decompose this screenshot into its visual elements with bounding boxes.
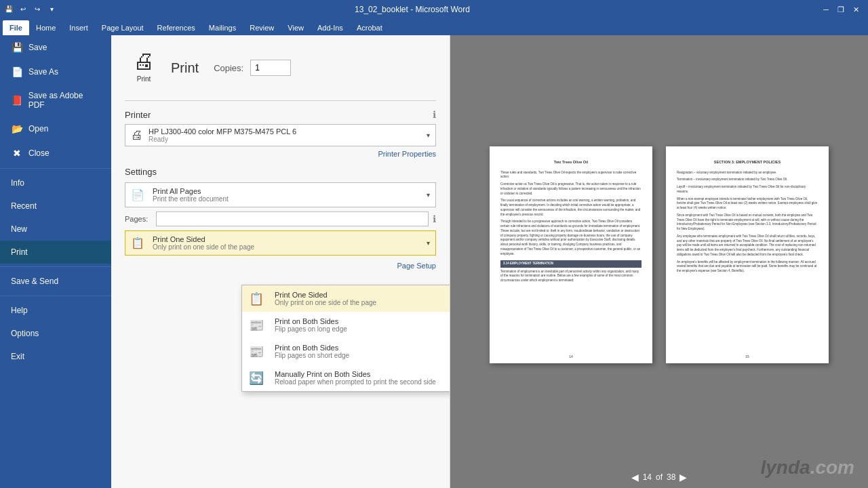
minimize-btn[interactable]: ─: [819, 3, 833, 16]
pages-label: Pages:: [125, 215, 152, 223]
dropdown-item-manual-both[interactable]: 🔄 Manually Print on Both Sides Reload pa…: [242, 365, 450, 391]
dropdown-item-one-sided[interactable]: 📋 Print One Sided Only print on one side…: [242, 285, 450, 312]
print-header: 🖨 Print Print Copies:: [125, 49, 436, 87]
page14-para3: The usual sequence of corrective actions…: [500, 199, 642, 217]
pages-info-icon[interactable]: ℹ: [433, 214, 436, 224]
printer-dropdown-arrow: ▾: [427, 131, 430, 139]
print-button-label: Print: [137, 75, 151, 83]
main-layout: 💾 Save 📄 Save As 📕 Save as Adobe PDF 📂 O…: [0, 35, 868, 488]
sidebar-item-save-as[interactable]: 📄 Save As: [0, 60, 111, 84]
tab-review[interactable]: Review: [243, 20, 281, 35]
printer-properties-anchor[interactable]: Printer Properties: [378, 150, 436, 158]
redo-quick-btn[interactable]: ↪: [31, 3, 43, 15]
page14-para1: These rules and standards, Two Trees Oli…: [500, 171, 642, 180]
sidebar-item-info[interactable]: Info: [0, 171, 111, 195]
sidebar-item-save[interactable]: 💾 Save: [0, 35, 111, 60]
duplex-dropdown-overlay: 📋 Print One Sided Only print on one side…: [241, 285, 450, 392]
sidebar-item-label: Save As: [28, 67, 58, 77]
manual-both-icon: 🔄: [249, 371, 268, 386]
print-range-icon: 📄: [131, 188, 147, 201]
tab-acrobat[interactable]: Acrobat: [350, 20, 389, 35]
total-pages: 38: [667, 472, 675, 482]
page14-para2: Corrective action at Two Trees Olive Oil…: [500, 182, 642, 196]
sidebar-item-save-adobe[interactable]: 📕 Save as Adobe PDF: [0, 84, 111, 117]
printer-dropdown[interactable]: 🖨 HP LJ300-400 color MFP M375-M475 PCL 6…: [125, 124, 436, 146]
title-bar: 💾 ↩ ↪ ▾ 13_02_booklet - Microsoft Word ─…: [0, 0, 868, 19]
print-range-sub: Print the entire document: [153, 195, 421, 203]
print-button[interactable]: 🖨 Print: [125, 49, 163, 87]
page15-para4: When a non-exempt employee intends to te…: [677, 197, 818, 211]
tab-insert[interactable]: Insert: [62, 20, 95, 35]
duplex-sub: Only print on one side of the page: [153, 243, 421, 251]
dropdown-item-manual-both-text: Manually Print on Both Sides Reload pape…: [275, 370, 450, 386]
dropdown-item-both-long-text: Print on Both Sides Flip pages on long e…: [275, 317, 450, 333]
print-range-main: Print All Pages: [153, 187, 421, 195]
page15-para7: An employee's benefits will be affected …: [677, 260, 818, 274]
sidebar-item-label: Exit: [11, 352, 24, 361]
adobe-icon: 📕: [11, 95, 23, 106]
copies-row: Copies:: [214, 60, 291, 76]
printer-info-icon[interactable]: ℹ: [433, 109, 436, 120]
sidebar-item-print[interactable]: Print: [0, 241, 111, 264]
page-separator: of: [656, 472, 663, 482]
next-page-btn[interactable]: ▶: [679, 472, 687, 483]
sidebar-item-label: Options: [11, 329, 39, 338]
tab-references[interactable]: References: [151, 20, 202, 35]
customize-quick-btn[interactable]: ▾: [45, 3, 58, 15]
page14-number: 14: [569, 354, 573, 359]
sidebar-item-exit[interactable]: Exit: [0, 345, 111, 368]
sidebar-item-label: Open: [28, 124, 48, 134]
open-icon: 📂: [11, 123, 23, 134]
copies-input[interactable]: [250, 60, 291, 76]
sidebar-item-options[interactable]: Options: [0, 322, 111, 345]
save-icon: 💾: [11, 42, 23, 53]
sidebar-item-help[interactable]: Help: [0, 299, 111, 322]
both-short-icon: 📰: [249, 344, 268, 359]
printer-icon: 🖨: [133, 49, 155, 74]
pages-input[interactable]: [156, 211, 429, 226]
dropdown-item-both-short[interactable]: 📰 Print on Both Sides Flip pages on shor…: [242, 338, 450, 365]
duplex-dropdown[interactable]: 📋 Print One Sided Only print on one side…: [125, 230, 436, 256]
tab-view[interactable]: View: [281, 20, 311, 35]
dropdown-item-one-sided-sub: Only print on one side of the page: [275, 299, 450, 306]
window-title: 13_02_booklet - Microsoft Word: [5, 5, 819, 14]
sidebar-item-recent[interactable]: Recent: [0, 195, 111, 218]
printer-section-label: Printer: [125, 110, 151, 120]
sidebar: 💾 Save 📄 Save As 📕 Save as Adobe PDF 📂 O…: [0, 35, 111, 488]
tab-page-layout[interactable]: Page Layout: [95, 20, 151, 35]
sidebar-item-new[interactable]: New: [0, 218, 111, 241]
dropdown-item-both-long[interactable]: 📰 Print on Both Sides Flip pages on long…: [242, 312, 450, 338]
dropdown-item-both-short-main: Print on Both Sides: [275, 344, 450, 352]
undo-quick-btn[interactable]: ↩: [17, 3, 29, 15]
dropdown-item-one-sided-text: Print One Sided Only print on one side o…: [275, 291, 450, 306]
sidebar-item-label: Save: [28, 43, 47, 52]
dropdown-item-both-short-text: Print on Both Sides Flip pages on short …: [275, 344, 450, 359]
dropdown-item-both-long-main: Print on Both Sides: [275, 317, 450, 325]
one-sided-icon: 📋: [249, 291, 268, 306]
close-btn[interactable]: ✕: [849, 3, 863, 16]
prev-page-btn[interactable]: ◀: [631, 472, 639, 483]
sidebar-item-save-send[interactable]: Save & Send: [0, 270, 111, 293]
tab-home[interactable]: Home: [29, 20, 62, 35]
page15-para3: Layoff – involuntary employment terminat…: [677, 185, 818, 195]
print-range-dropdown[interactable]: 📄 Print All Pages Print the entire docum…: [125, 182, 436, 207]
tab-add-ins[interactable]: Add-Ins: [311, 20, 350, 35]
pages-row: Pages: ℹ: [125, 211, 436, 226]
copies-label: Copies:: [214, 63, 243, 73]
watermark-text: lynda: [761, 457, 810, 478]
page15-title: SECTION 3: EMPLOYMENT POLICIES: [677, 160, 818, 165]
close-doc-icon: ✖: [11, 148, 23, 159]
tab-mailings[interactable]: Mailings: [202, 20, 243, 35]
sidebar-item-open[interactable]: 📂 Open: [0, 117, 111, 141]
sidebar-item-label: Close: [28, 148, 50, 158]
printer-properties-link: Printer Properties: [125, 149, 436, 159]
restore-btn[interactable]: ❐: [834, 3, 848, 16]
sidebar-item-label: Recent: [11, 201, 37, 211]
tab-file[interactable]: File: [3, 20, 29, 35]
page-setup-anchor[interactable]: Page Setup: [397, 262, 437, 270]
duplex-text: Print One Sided Only print on one side o…: [153, 235, 421, 251]
save-quick-btn[interactable]: 💾: [3, 3, 15, 15]
sidebar-item-close[interactable]: ✖ Close: [0, 141, 111, 165]
page15-para1: Resignation – voluntary employment termi…: [677, 171, 818, 176]
dropdown-item-manual-both-sub: Reload paper when prompted to print the …: [275, 378, 450, 386]
